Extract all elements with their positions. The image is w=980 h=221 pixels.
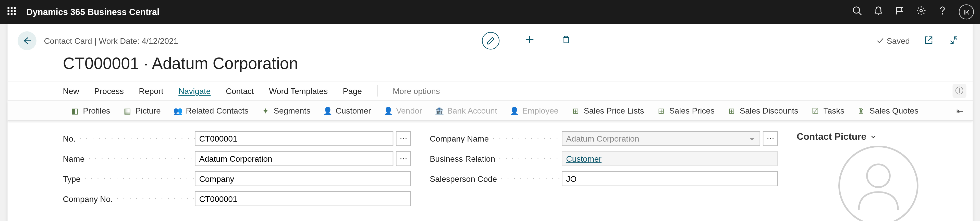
info-icon[interactable]: ⓘ xyxy=(953,84,966,98)
tasks-icon: ☑ xyxy=(811,106,819,115)
profiles-icon: ◧ xyxy=(70,106,79,115)
new-icon[interactable] xyxy=(524,35,536,47)
label-type: Type xyxy=(63,174,195,183)
app-title: Dynamics 365 Business Central xyxy=(26,7,159,17)
menu-contact[interactable]: Contact xyxy=(226,86,254,96)
menu-word-templates[interactable]: Word Templates xyxy=(269,86,328,96)
svg-point-8 xyxy=(839,147,918,221)
svg-point-0 xyxy=(853,7,859,13)
label-company-name: Company Name xyxy=(430,134,562,143)
select-salesperson[interactable]: JO xyxy=(562,171,778,186)
ribbon-sales-quotes[interactable]: 🗎Sales Quotes xyxy=(857,106,918,115)
pin-icon[interactable]: ⇤ xyxy=(956,106,964,115)
segments-icon: ✦ xyxy=(261,106,270,115)
customer-icon: 👤 xyxy=(323,106,332,115)
svg-point-9 xyxy=(867,164,890,187)
sales-quotes-icon: 🗎 xyxy=(857,106,865,115)
select-company-no[interactable]: CT000001 xyxy=(195,191,411,206)
user-avatar[interactable]: IK xyxy=(959,4,974,19)
help-icon[interactable] xyxy=(937,6,947,18)
picture-icon: ▦ xyxy=(123,106,131,115)
employee-icon: 👤 xyxy=(510,106,518,115)
page-title: CT000001 · Adatum Corporation xyxy=(8,53,973,81)
contact-picture-placeholder xyxy=(828,148,929,221)
search-icon[interactable] xyxy=(852,6,862,18)
notifications-icon[interactable] xyxy=(873,6,883,18)
ribbon-vendor: 👤Vendor xyxy=(383,106,422,115)
input-no[interactable] xyxy=(195,131,393,146)
label-company-no: Company No. xyxy=(63,194,195,204)
app-launcher-icon[interactable] xyxy=(8,7,18,17)
sales-discounts-icon: ⊞ xyxy=(727,106,736,115)
ribbon-segments[interactable]: ✦Segments xyxy=(261,106,310,115)
bank-account-icon: 🏦 xyxy=(434,106,443,115)
ribbon-customer[interactable]: 👤Customer xyxy=(323,106,371,115)
collapse-icon[interactable] xyxy=(948,35,960,46)
flag-icon[interactable] xyxy=(895,6,905,18)
lookup-company-name[interactable]: ⋯ xyxy=(763,131,778,146)
contact-picture-header[interactable]: Contact Picture xyxy=(797,131,960,142)
ribbon-related-contacts[interactable]: 👥Related Contacts xyxy=(173,106,248,115)
ribbon-sales-price-lists[interactable]: ⊞Sales Price Lists xyxy=(571,106,644,115)
ribbon-tasks[interactable]: ☑Tasks xyxy=(811,106,844,115)
delete-icon[interactable] xyxy=(560,35,573,47)
label-salesperson: Salesperson Code xyxy=(430,174,562,183)
ribbon-sales-prices[interactable]: ⊞Sales Prices xyxy=(657,106,714,115)
chevron-down-icon xyxy=(870,133,877,139)
input-company-name xyxy=(562,131,760,146)
input-name[interactable] xyxy=(195,151,393,166)
svg-point-4 xyxy=(920,9,922,12)
ribbon: ◧Profiles▦Picture👥Related Contacts✦Segme… xyxy=(8,101,973,121)
ribbon-profiles[interactable]: ◧Profiles xyxy=(70,106,110,115)
menu-more-options[interactable]: More options xyxy=(393,86,440,96)
menu-navigate[interactable]: Navigate xyxy=(178,86,210,96)
sales-prices-icon: ⊞ xyxy=(657,106,665,115)
svg-point-5 xyxy=(942,14,943,14)
link-business-relation[interactable]: Customer xyxy=(562,151,778,166)
label-name: Name xyxy=(63,154,195,163)
menu-page[interactable]: Page xyxy=(343,86,362,96)
back-button[interactable] xyxy=(18,31,37,50)
svg-line-1 xyxy=(859,13,862,15)
ribbon-bank-account: 🏦Bank Account xyxy=(434,106,497,115)
select-type[interactable]: Company xyxy=(195,171,411,186)
menu-report[interactable]: Report xyxy=(139,86,163,96)
lookup-no[interactable]: ⋯ xyxy=(396,131,411,146)
lookup-name[interactable]: ⋯ xyxy=(396,151,411,166)
gear-icon[interactable] xyxy=(916,6,926,18)
edit-button[interactable] xyxy=(482,32,500,50)
vendor-icon: 👤 xyxy=(383,106,392,115)
label-no: No. xyxy=(63,134,195,143)
saved-indicator: Saved xyxy=(877,36,910,46)
ribbon-sales-discounts[interactable]: ⊞Sales Discounts xyxy=(727,106,798,115)
ribbon-employee: 👤Employee xyxy=(510,106,558,115)
related-contacts-icon: 👥 xyxy=(173,106,182,115)
ribbon-picture[interactable]: ▦Picture xyxy=(123,106,161,115)
menu-process[interactable]: Process xyxy=(94,86,124,96)
menu-new[interactable]: New xyxy=(63,86,79,96)
label-business-relation: Business Relation xyxy=(430,154,562,163)
menu-bar: NewProcessReportNavigateContactWord Temp… xyxy=(8,81,973,101)
sales-price-lists-icon: ⊞ xyxy=(571,106,580,115)
popout-icon[interactable] xyxy=(922,35,935,46)
breadcrumb: Contact Card | Work Date: 4/12/2021 xyxy=(44,36,178,46)
